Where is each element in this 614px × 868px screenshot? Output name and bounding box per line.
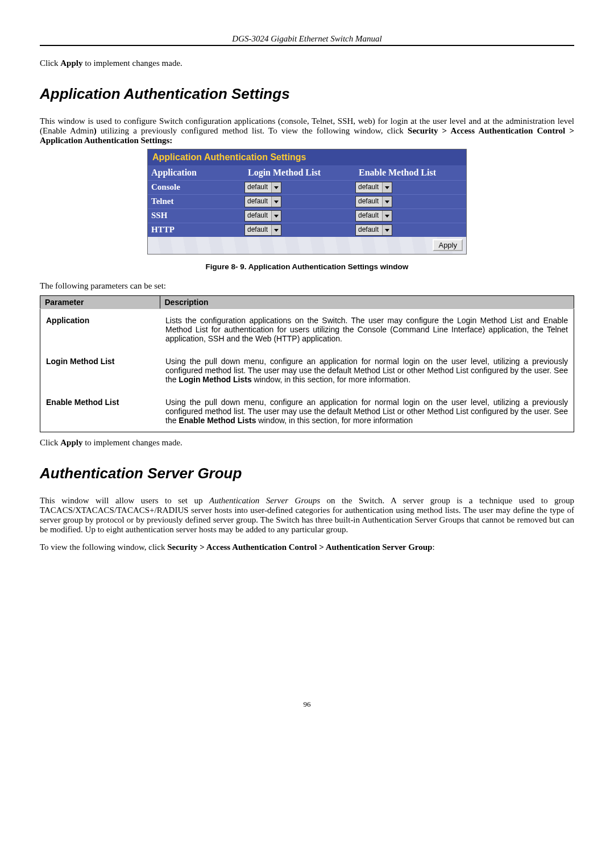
- chevron-down-icon: [382, 182, 392, 193]
- section-heading-app-auth-settings: Application Authentication Settings: [40, 85, 574, 103]
- chevron-down-icon: [271, 197, 281, 207]
- following-parameters-text: The following parameters can be set:: [40, 281, 574, 291]
- apply-word: Apply: [60, 438, 82, 447]
- enable-select-ssh[interactable]: default: [355, 210, 392, 222]
- apply-button[interactable]: Apply: [433, 239, 463, 251]
- enable-select-console[interactable]: default: [355, 182, 392, 193]
- table-row: Application Lists the configuration appl…: [40, 309, 574, 350]
- text: window, in this section, for more inform…: [256, 416, 412, 425]
- text: to implement changes made.: [82, 438, 182, 447]
- select-value: default: [245, 211, 271, 221]
- chevron-down-icon: [382, 197, 392, 207]
- chevron-down-icon: [271, 182, 281, 193]
- config-row-http: HTTP default default: [148, 223, 466, 237]
- figure-caption: Figure 8- 9. Application Authentication …: [40, 262, 574, 271]
- config-window: Application Authentication Settings Appl…: [147, 149, 467, 254]
- select-value: default: [245, 182, 271, 193]
- outro-click-apply: Click Apply to implement changes made.: [40, 438, 574, 448]
- config-row-telnet: Telnet default default: [148, 194, 466, 208]
- th-description: Description: [160, 296, 574, 309]
- login-select-console[interactable]: default: [244, 182, 281, 193]
- text: utilizing a previously configured method…: [97, 126, 408, 135]
- section2-nav: To view the following window, click Secu…: [40, 542, 574, 552]
- param-enable-method-list: Enable Method List: [40, 391, 160, 432]
- config-window-title: Application Authentication Settings: [148, 149, 466, 165]
- table-header-row: Parameter Description: [40, 296, 574, 309]
- cell: default: [355, 181, 466, 194]
- desc-login-method-list: Using the pull down menu, configure an a…: [160, 350, 574, 391]
- section1-paragraph: This window is used to configure Switch …: [40, 116, 574, 145]
- section-heading-auth-server-group: Authentication Server Group: [40, 465, 574, 482]
- page-header: DGS-3024 Gigabit Ethernet Switch Manual: [40, 34, 574, 46]
- enable-select-telnet[interactable]: default: [355, 196, 392, 207]
- section2-paragraph: This window will allow users to set up A…: [40, 496, 574, 535]
- text: Click: [40, 59, 60, 68]
- config-footer: Apply: [148, 237, 466, 254]
- text: This window will allow users to set up: [40, 496, 209, 505]
- login-select-ssh[interactable]: default: [244, 210, 281, 222]
- chevron-down-icon: [271, 211, 281, 221]
- col-header-enable-method-list: Enable Method List: [355, 165, 466, 180]
- parameter-table: Parameter Description Application Lists …: [40, 295, 574, 432]
- param-login-method-list: Login Method List: [40, 350, 160, 391]
- th-parameter: Parameter: [40, 296, 160, 309]
- nav-path: Security > Access Authentication Control…: [167, 542, 432, 552]
- cell: default: [355, 209, 466, 223]
- enable-select-http[interactable]: default: [355, 224, 392, 236]
- table-row: Enable Method List Using the pull down m…: [40, 391, 574, 432]
- apply-word: Apply: [60, 59, 82, 68]
- login-select-http[interactable]: default: [244, 224, 281, 236]
- chevron-down-icon: [382, 211, 392, 221]
- enable-method-lists-ref: Enable Method Lists: [179, 416, 256, 425]
- select-value: default: [356, 225, 382, 235]
- select-value: default: [356, 182, 382, 193]
- select-value: default: [245, 225, 271, 235]
- cell: default: [355, 195, 466, 208]
- row-label-http: HTTP: [148, 223, 244, 237]
- select-value: default: [356, 197, 382, 207]
- row-label-console: Console: [148, 181, 244, 194]
- select-value: default: [356, 211, 382, 221]
- cell: default: [244, 195, 355, 208]
- desc-application: Lists the configuration applications on …: [160, 309, 574, 350]
- param-application: Application: [40, 309, 160, 350]
- row-label-ssh: SSH: [148, 209, 244, 223]
- figure-app-auth-settings: Application Authentication Settings Appl…: [40, 149, 574, 254]
- col-header-login-method-list: Login Method List: [244, 165, 355, 180]
- row-label-telnet: Telnet: [148, 195, 244, 208]
- text: Click: [40, 438, 60, 447]
- intro-click-apply: Click Apply to implement changes made.: [40, 59, 574, 68]
- chevron-down-icon: [271, 225, 281, 235]
- config-row-console: Console default default: [148, 180, 466, 194]
- chevron-down-icon: [382, 225, 392, 235]
- page-number: 96: [40, 700, 574, 709]
- desc-enable-method-list: Using the pull down menu, configure an a…: [160, 391, 574, 432]
- cell: default: [244, 181, 355, 194]
- select-value: default: [245, 197, 271, 207]
- text: To view the following window, click: [40, 542, 167, 552]
- config-header-row: Application Login Method List Enable Met…: [148, 165, 466, 180]
- text: window, in this section, for more inform…: [252, 375, 410, 384]
- auth-server-groups-em: Authentication Server Groups: [209, 496, 320, 505]
- col-header-application: Application: [148, 165, 244, 180]
- text: to implement changes made.: [82, 59, 182, 68]
- cell: default: [355, 223, 466, 237]
- login-select-telnet[interactable]: default: [244, 196, 281, 207]
- cell: default: [244, 209, 355, 223]
- text: :: [432, 542, 434, 552]
- table-row: Login Method List Using the pull down me…: [40, 350, 574, 391]
- config-row-ssh: SSH default default: [148, 208, 466, 223]
- cell: default: [244, 223, 355, 237]
- login-method-lists-ref: Login Method Lists: [179, 375, 251, 384]
